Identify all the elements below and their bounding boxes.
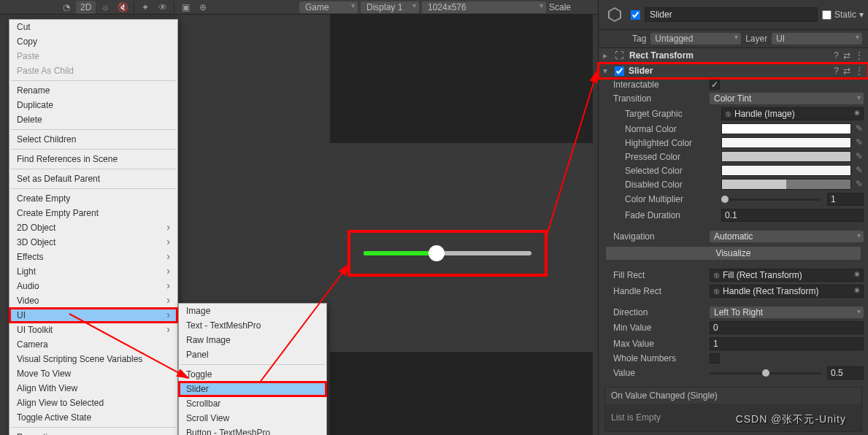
- value-label: Value: [613, 368, 705, 378]
- context-menu-item[interactable]: Toggle Active State: [9, 410, 177, 425]
- context-menu-item[interactable]: Set as Default Parent: [9, 172, 177, 186]
- selected-color-swatch[interactable]: [721, 165, 851, 176]
- context-menu-item[interactable]: UI: [9, 308, 177, 323]
- fill-rect-label: Fill Rect: [613, 270, 705, 280]
- slider-preview[interactable]: [350, 233, 545, 274]
- expand-icon[interactable]: ▸: [603, 50, 610, 61]
- gameobject-name-field[interactable]: Slider: [645, 7, 818, 22]
- min-value-label: Min Value: [613, 323, 705, 333]
- fade-duration-field[interactable]: 0.1: [721, 209, 864, 222]
- context-menu-item[interactable]: Properties...: [9, 430, 177, 435]
- normal-color-swatch[interactable]: [721, 123, 851, 134]
- ui-submenu-item[interactable]: Raw Image: [179, 333, 326, 347]
- context-menu-item[interactable]: Copy: [9, 34, 177, 49]
- fill-rect-field[interactable]: Fill (Rect Transform): [710, 269, 864, 282]
- view-dropdown[interactable]: Game: [299, 1, 358, 13]
- display-dropdown[interactable]: Display 1: [361, 1, 419, 13]
- menu-icon[interactable]: ⋮: [855, 66, 864, 76]
- tag-dropdown[interactable]: Untagged: [650, 33, 741, 45]
- event-header: On Value Changed (Single): [605, 388, 861, 404]
- game-view: [330, 15, 593, 435]
- context-menu-item[interactable]: Cut: [9, 20, 177, 34]
- light-icon[interactable]: ☼: [97, 1, 113, 14]
- direction-dropdown[interactable]: Left To Right: [710, 307, 864, 318]
- ui-submenu-item[interactable]: Scroll View: [179, 411, 326, 426]
- context-menu-item[interactable]: 3D Object: [9, 235, 177, 250]
- context-menu-item[interactable]: Align With View: [9, 381, 177, 396]
- handle-rect-field[interactable]: Handle (Rect Transform): [710, 285, 864, 298]
- context-menu-item[interactable]: Duplicate: [9, 98, 177, 112]
- context-menu-item: Paste: [9, 49, 177, 63]
- inspector-header: Slider Static ▾: [599, 0, 868, 30]
- rect-transform-title: Rect Transform: [629, 50, 829, 61]
- pressed-color-swatch[interactable]: [721, 151, 851, 162]
- color-multiplier-label: Color Multiplier: [625, 194, 717, 204]
- color-multiplier-slider[interactable]: 1: [721, 193, 864, 206]
- context-menu-item[interactable]: Visual Scripting Scene Variables: [9, 352, 177, 366]
- context-menu-item[interactable]: 2D Object: [9, 220, 177, 235]
- camera-icon[interactable]: ▣: [177, 1, 193, 14]
- menu-icon[interactable]: ⋮: [855, 50, 864, 61]
- context-menu-item[interactable]: UI Toolkit: [9, 323, 177, 337]
- layer-label: Layer: [745, 34, 767, 44]
- ui-submenu-item[interactable]: Scrollbar: [179, 396, 326, 411]
- component-enabled-checkbox[interactable]: [615, 66, 624, 76]
- active-checkbox[interactable]: [631, 10, 640, 20]
- static-toggle[interactable]: Static ▾: [822, 9, 864, 20]
- context-menu-item[interactable]: Find References in Scene: [9, 152, 177, 166]
- context-menu-item[interactable]: Delete: [9, 112, 177, 127]
- value-slider[interactable]: 0.5: [710, 366, 864, 380]
- context-menu-item[interactable]: Move To View: [9, 366, 177, 381]
- target-graphic-label: Target Graphic: [625, 109, 717, 119]
- visualize-button[interactable]: Visualize: [606, 247, 861, 260]
- slider-component: ▾ Slider ?⇄⋮ Interactable✓ TransitionCol…: [599, 63, 868, 435]
- disabled-color-swatch[interactable]: [721, 179, 851, 190]
- context-menu-item[interactable]: Light: [9, 264, 177, 279]
- context-menu-item[interactable]: Align View to Selected: [9, 396, 177, 410]
- pressed-color-label: Pressed Color: [625, 152, 717, 162]
- ui-submenu-item[interactable]: Toggle: [179, 367, 326, 382]
- help-icon[interactable]: ?: [834, 50, 839, 61]
- audio-icon[interactable]: 🔇: [115, 1, 131, 14]
- interactable-checkbox[interactable]: ✓: [710, 80, 720, 90]
- context-menu-item[interactable]: Select Children: [9, 132, 177, 147]
- layer-dropdown[interactable]: UI: [772, 33, 862, 45]
- context-menu-item[interactable]: Video: [9, 293, 177, 308]
- preset-icon[interactable]: ⇄: [843, 66, 850, 76]
- transition-label: Transition: [613, 93, 705, 104]
- resolution-dropdown[interactable]: 1024x576: [422, 1, 546, 13]
- hierarchy-context-menu[interactable]: CutCopyPastePaste As ChildRenameDuplicat…: [9, 19, 178, 435]
- context-menu-item[interactable]: Create Empty Parent: [9, 206, 177, 220]
- rect-transform-icon: ⛶: [615, 50, 625, 61]
- hidden-icon[interactable]: 👁: [155, 1, 171, 14]
- gizmo-icon[interactable]: ◔: [58, 1, 74, 14]
- ui-submenu-item[interactable]: Button - TextMeshPro: [179, 426, 326, 435]
- navigation-dropdown[interactable]: Automatic: [710, 231, 864, 242]
- context-menu-item[interactable]: Camera: [9, 337, 177, 352]
- 2d-toggle[interactable]: 2D: [76, 1, 96, 14]
- context-menu-item[interactable]: Rename: [9, 83, 177, 98]
- help-icon[interactable]: ?: [834, 66, 839, 76]
- preset-icon[interactable]: ⇄: [843, 50, 850, 61]
- gizmos-icon[interactable]: ⊕: [195, 1, 211, 14]
- whole-numbers-label: Whole Numbers: [613, 353, 705, 363]
- context-menu-item[interactable]: Effects: [9, 250, 177, 264]
- target-graphic-field[interactable]: Handle (Image): [721, 107, 864, 120]
- ui-submenu-item[interactable]: Panel: [179, 347, 326, 362]
- min-value-field[interactable]: 0: [710, 321, 864, 334]
- ui-submenu-item[interactable]: Image: [179, 304, 326, 318]
- ui-submenu-item[interactable]: Text - TextMeshPro: [179, 318, 326, 333]
- context-menu-item[interactable]: Create Empty: [9, 191, 177, 206]
- whole-numbers-checkbox[interactable]: [710, 353, 720, 363]
- slider-handle[interactable]: [429, 245, 445, 261]
- max-value-field[interactable]: 1: [710, 337, 864, 350]
- ui-submenu[interactable]: ImageText - TextMeshProRaw ImagePanelTog…: [178, 303, 327, 435]
- inspector-panel: Slider Static ▾ Tag Untagged Layer UI ▸ …: [598, 0, 868, 435]
- transition-dropdown[interactable]: Color Tint: [710, 93, 864, 104]
- context-menu-item[interactable]: Audio: [9, 279, 177, 293]
- expand-icon[interactable]: ▾: [603, 66, 610, 76]
- event-body: List is Empty: [605, 404, 861, 431]
- fx-icon[interactable]: ✦: [137, 1, 153, 14]
- highlighted-color-swatch[interactable]: [721, 137, 851, 148]
- ui-submenu-item[interactable]: Slider: [179, 382, 326, 396]
